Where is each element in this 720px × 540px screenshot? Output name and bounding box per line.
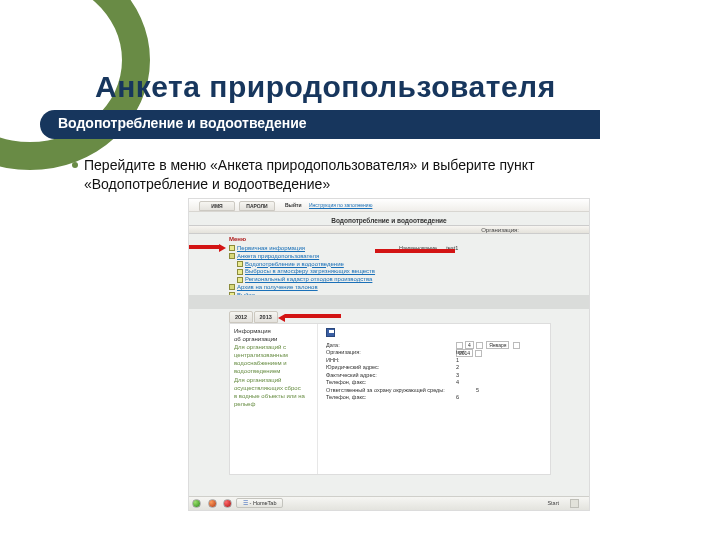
value-tel: 4	[456, 379, 459, 386]
folder-icon	[237, 277, 243, 283]
panel-section-title: Информация	[234, 327, 313, 335]
year-tab-2012[interactable]: 2012	[229, 311, 253, 323]
subtitle-text: Водопотребление и водоотведение	[58, 115, 307, 131]
taskbar-tray-icon[interactable]	[570, 499, 579, 508]
app-topbar: ИМЯ ПАРОЛИ Выйти Инструкция по заполнени…	[189, 199, 589, 212]
tree-primary[interactable]: Первичная информация	[237, 245, 305, 251]
year-tabs: 2012 2013	[229, 311, 277, 323]
logout-link[interactable]: Выйти	[285, 202, 301, 208]
label-addr: Юридический адрес:	[326, 364, 379, 370]
label-tel: Телефон, факс:	[326, 379, 366, 385]
folder-icon	[229, 253, 235, 259]
sidebar-link[interactable]: Для организаций	[234, 376, 313, 384]
label-date: Дата:	[326, 342, 340, 348]
subheader-bar: Организация:	[189, 225, 589, 234]
value-addr: 2	[456, 364, 459, 371]
year-tab-2013[interactable]: 2013	[254, 311, 278, 323]
value-inn: 1	[456, 357, 459, 364]
folder-icon	[237, 269, 243, 275]
sidebar-link[interactable]: Для организаций с	[234, 343, 313, 351]
instruction-bullet: Перейдите в меню «Анкета природопользова…	[84, 156, 654, 194]
value-org: test	[456, 349, 465, 356]
taskbar-app-icon[interactable]	[223, 499, 232, 508]
folder-icon	[237, 261, 243, 267]
label-org: Организация:	[326, 349, 361, 355]
tab-passwords[interactable]: ПАРОЛИ	[239, 201, 275, 211]
details-form: Дата: 4 Января 2014 Организация:test ИНН…	[326, 342, 526, 401]
nav-tree: Первичная информация Анкета природопольз…	[229, 245, 389, 300]
folder-icon	[229, 284, 235, 290]
save-icon[interactable]	[326, 328, 335, 337]
taskbar-tab: ☰ - HomeTab	[236, 498, 283, 508]
tree-archive[interactable]: Архив на получение талонов	[237, 284, 318, 290]
details-panel: Информация об организации Для организаци…	[229, 323, 551, 475]
page-heading: Водопотребление и водоотведение	[189, 217, 589, 224]
taskbar-app-icon[interactable]	[192, 499, 201, 508]
label-inn: ИНН:	[326, 357, 339, 363]
red-arrow-icon	[189, 245, 221, 252]
tree-anketa[interactable]: Анкета природопользователя	[237, 253, 319, 259]
folder-icon	[229, 245, 235, 251]
taskbar-app-icon[interactable]	[208, 499, 217, 508]
taskbar-right-label: Start	[547, 500, 559, 506]
separator	[189, 295, 589, 309]
subtitle-band: Водопотребление и водоотведение	[40, 110, 600, 141]
panel-sidebar: Информация об организации Для организаци…	[230, 324, 318, 474]
value-resp: 5	[476, 387, 479, 394]
tree-water[interactable]: Водопотребление и водоотведение	[245, 261, 344, 267]
red-arrow-icon	[375, 249, 455, 256]
value-fact: 3	[456, 372, 459, 379]
label-fact: Фактический адрес:	[326, 372, 377, 378]
label-tel2: Телефон, факс:	[326, 394, 366, 400]
tab-name[interactable]: ИМЯ	[199, 201, 235, 211]
instruction-link[interactable]: Инструкция по заполнению	[309, 202, 372, 208]
label-resp: Ответственный за охрану окружающей среды…	[326, 387, 445, 393]
red-arrow-icon	[285, 314, 341, 318]
menu-heading: Меню	[229, 236, 246, 242]
tree-cadastre[interactable]: Региональный кадастр отходов производств…	[245, 276, 372, 282]
os-taskbar: ☰ - HomeTab Start	[189, 496, 589, 510]
value-tel2: 6	[456, 394, 459, 401]
slide-title: Анкета природопользователя	[95, 70, 556, 104]
embedded-screenshot: ИМЯ ПАРОЛИ Выйти Инструкция по заполнени…	[188, 198, 590, 511]
tree-air[interactable]: Выбросы в атмосферу загрязняющих веществ	[245, 268, 375, 274]
organization-label: Организация:	[481, 227, 519, 233]
